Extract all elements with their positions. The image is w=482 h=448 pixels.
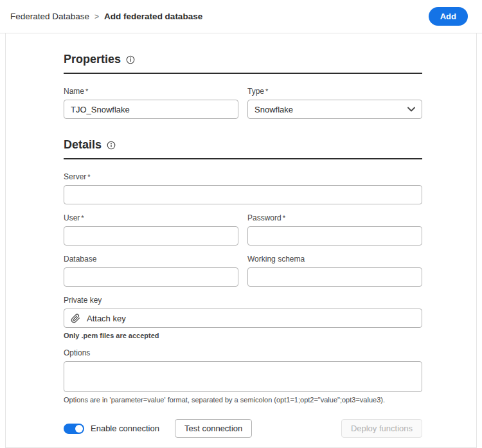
server-input[interactable] — [64, 185, 422, 204]
options-field: Options Options are in 'parameter=value'… — [64, 348, 422, 404]
type-select[interactable]: Snowflake — [247, 100, 422, 119]
working-schema-field: Working schema — [247, 255, 422, 287]
required-marker: * — [283, 214, 285, 222]
add-button[interactable]: Add — [429, 7, 468, 26]
type-label: Type* — [247, 87, 422, 96]
database-label-text: Database — [64, 255, 96, 264]
chevron-down-icon — [407, 107, 415, 112]
top-bar: Federated Database > Add federated datab… — [0, 0, 482, 33]
password-field: Password* — [247, 213, 422, 246]
working-schema-input[interactable] — [247, 267, 422, 287]
properties-section-title: Properties — [64, 53, 422, 66]
user-label-text: User — [64, 213, 80, 222]
private-key-helper: Only .pem files are accepted — [64, 332, 422, 339]
details-divider — [64, 158, 422, 159]
details-title-text: Details — [64, 138, 102, 152]
details-section-title: Details — [64, 138, 422, 152]
breadcrumb: Federated Database > Add federated datab… — [10, 12, 202, 21]
database-label: Database — [64, 255, 238, 264]
password-label: Password* — [247, 213, 422, 222]
breadcrumb-current: Add federated database — [104, 12, 202, 21]
options-helper: Options are in 'parameter=value' format,… — [64, 396, 422, 404]
private-key-label: Private key — [64, 296, 422, 305]
form-footer: Enable connection Test connection Deploy… — [64, 419, 422, 438]
required-marker: * — [81, 214, 84, 222]
name-input[interactable] — [64, 100, 238, 119]
options-label-text: Options — [64, 348, 90, 357]
user-input[interactable] — [64, 226, 238, 246]
type-field: Type* Snowflake — [247, 87, 422, 119]
required-marker: * — [85, 87, 88, 95]
working-schema-label-text: Working schema — [247, 255, 305, 264]
database-input[interactable] — [64, 267, 238, 287]
private-key-field: Private key Attach key Only .pem files a… — [64, 296, 422, 339]
deploy-functions-button[interactable]: Deploy functions — [341, 419, 422, 438]
test-connection-button[interactable]: Test connection — [175, 419, 252, 438]
password-input[interactable] — [247, 226, 422, 246]
breadcrumb-parent[interactable]: Federated Database — [10, 12, 89, 21]
type-select-value: Snowflake — [254, 105, 293, 114]
server-label: Server* — [64, 172, 422, 181]
properties-fields-row: Name* Type* Snowflake — [64, 87, 422, 119]
name-label-text: Name — [64, 87, 84, 96]
enable-connection-toggle[interactable] — [64, 424, 84, 434]
database-field: Database — [64, 255, 238, 287]
database-schema-row: Database Working schema — [64, 255, 422, 287]
properties-title-text: Properties — [64, 53, 121, 66]
paperclip-icon — [71, 314, 80, 323]
server-label-text: Server — [64, 172, 86, 181]
federated-database-form: Properties Name* — [64, 33, 422, 438]
properties-divider — [64, 73, 422, 74]
info-icon[interactable] — [126, 55, 135, 64]
attach-key-label: Attach key — [87, 314, 126, 323]
page: Federated Database > Add federated datab… — [0, 0, 482, 448]
private-key-attach[interactable]: Attach key — [64, 309, 422, 328]
toggle-knob — [75, 425, 83, 433]
working-schema-label: Working schema — [247, 255, 422, 264]
user-password-row: User* Password* — [64, 213, 422, 246]
name-label: Name* — [64, 87, 238, 96]
type-label-text: Type — [247, 87, 264, 96]
enable-connection-group: Enable connection — [64, 424, 159, 434]
password-label-text: Password — [247, 213, 281, 222]
server-field: Server* — [64, 172, 422, 204]
required-marker: * — [265, 87, 268, 95]
form-panel: Properties Name* — [5, 33, 477, 448]
user-label: User* — [64, 213, 238, 222]
options-textarea[interactable] — [64, 361, 422, 392]
options-label: Options — [64, 348, 422, 357]
enable-connection-label: Enable connection — [91, 424, 159, 433]
name-field: Name* — [64, 87, 238, 119]
user-field: User* — [64, 213, 238, 246]
info-icon[interactable] — [107, 141, 116, 150]
private-key-label-text: Private key — [64, 296, 102, 305]
breadcrumb-separator-icon: > — [94, 12, 99, 21]
required-marker: * — [87, 173, 90, 181]
